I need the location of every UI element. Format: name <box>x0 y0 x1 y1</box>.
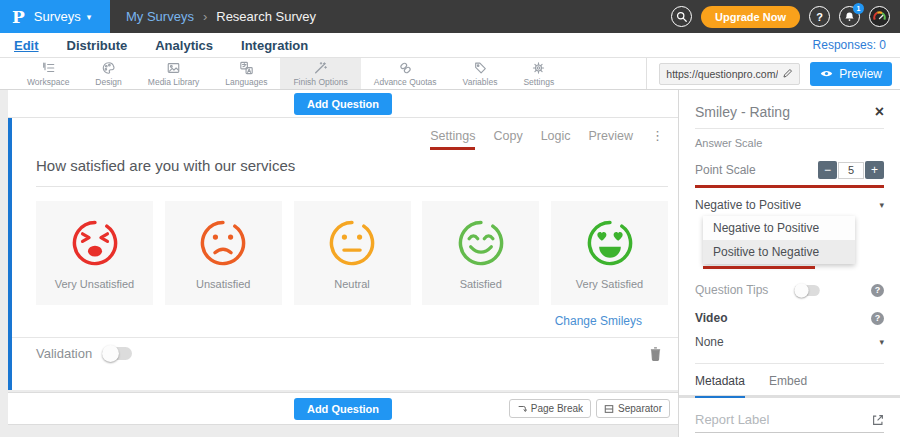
point-scale-value[interactable]: 5 <box>838 162 864 179</box>
validation-toggle[interactable] <box>102 347 132 360</box>
tool-label: Advance Quotas <box>374 77 437 87</box>
smiley-very-satisfied[interactable]: Very Satisfied <box>551 201 668 305</box>
page-break-icon <box>517 404 527 414</box>
tool-design[interactable]: Design <box>82 58 134 89</box>
survey-canvas: Add Question Settings Copy Logic Preview… <box>0 90 678 437</box>
nav-integration[interactable]: Integration <box>241 38 308 53</box>
divider <box>695 128 884 129</box>
chevron-down-icon: ▾ <box>879 200 884 210</box>
change-smileys-link[interactable]: Change Smileys <box>36 314 642 328</box>
annotation-underline-point-scale <box>695 185 884 188</box>
chevron-down-icon: ▾ <box>879 337 884 347</box>
add-question-bar-bottom: Add Question Page Break Separator <box>8 392 678 425</box>
separator-button[interactable]: Separator <box>596 399 670 418</box>
delete-question-icon[interactable] <box>649 346 662 361</box>
tool-label: Design <box>95 77 121 87</box>
smiley-label: Unsatisfied <box>196 278 250 290</box>
upgrade-now-button[interactable]: Upgrade Now <box>701 6 800 28</box>
tab-settings[interactable]: Settings <box>430 129 475 150</box>
question-tips-row: Question Tips ? <box>695 283 884 297</box>
tool-finish-options[interactable]: Finish Options <box>280 58 360 89</box>
tag-icon <box>473 61 488 75</box>
tab-logic[interactable]: Logic <box>541 129 571 143</box>
smiley-neutral[interactable]: Neutral <box>294 201 411 305</box>
annotation-underline-option <box>703 266 815 269</box>
close-icon[interactable]: × <box>875 104 884 120</box>
chain-link-icon <box>398 61 413 75</box>
tool-advance-quotas[interactable]: Advance Quotas <box>361 58 450 89</box>
nav-edit[interactable]: Edit <box>14 38 39 53</box>
tool-label: Languages <box>225 77 267 87</box>
video-select[interactable]: None ▾ <box>695 335 884 349</box>
smiley-unsatisfied[interactable]: Unsatisfied <box>165 201 282 305</box>
scale-direction-select[interactable]: Negative to Positive ▾ <box>695 198 884 212</box>
question-title[interactable]: How satisfied are you with our services <box>36 157 668 187</box>
break-buttons: Page Break Separator <box>509 399 670 418</box>
search-icon[interactable] <box>671 6 692 27</box>
question-tabs: Settings Copy Logic Preview ⋮ <box>36 128 668 143</box>
add-question-button-bottom[interactable]: Add Question <box>294 398 392 420</box>
tab-embed[interactable]: Embed <box>769 374 807 395</box>
gear-icon <box>531 61 546 75</box>
more-options-icon[interactable]: ⋮ <box>651 128 664 143</box>
toolbar-right: Preview <box>646 58 900 89</box>
smiley-label: Very Satisfied <box>576 278 643 290</box>
tool-workspace[interactable]: Workspace <box>14 58 82 89</box>
report-label-input[interactable] <box>695 412 871 427</box>
smiley-satisfied[interactable]: Satisfied <box>422 201 539 305</box>
scale-direction-value: Negative to Positive <box>695 198 801 212</box>
nav-distribute[interactable]: Distribute <box>67 38 128 53</box>
image-icon <box>166 61 181 75</box>
add-question-button-top[interactable]: Add Question <box>294 93 392 115</box>
scale-direction-options: Negative to Positive Positive to Negativ… <box>703 216 855 264</box>
profile-avatar[interactable] <box>869 6 890 27</box>
notifications-bell-icon[interactable]: 1 <box>839 6 860 27</box>
smiley-label: Very Unsatisfied <box>55 278 134 290</box>
surveys-app-menu[interactable]: P Surveys ▾ <box>0 0 110 33</box>
open-editor-icon[interactable] <box>871 413 885 427</box>
tab-metadata[interactable]: Metadata <box>695 374 745 398</box>
questionpro-logo: P <box>12 7 25 27</box>
decrement-button[interactable]: − <box>818 161 837 179</box>
page-break-button[interactable]: Page Break <box>509 399 591 418</box>
neutral-face-icon <box>326 217 378 269</box>
survey-url-input[interactable] <box>666 68 778 80</box>
help-icon[interactable]: ? <box>809 6 830 27</box>
responses-count[interactable]: Responses: 0 <box>813 38 886 52</box>
smiley-very-unsatisfied[interactable]: Very Unsatisfied <box>36 201 153 305</box>
tool-variables[interactable]: Variables <box>450 58 511 89</box>
video-value: None <box>695 335 724 349</box>
question-tips-toggle[interactable] <box>795 284 821 295</box>
edit-pencil-icon[interactable] <box>782 68 793 79</box>
smiley-label: Satisfied <box>460 278 502 290</box>
option-positive-to-negative[interactable]: Positive to Negative <box>703 240 855 264</box>
palette-icon <box>101 61 116 75</box>
video-help-icon[interactable]: ? <box>871 312 884 325</box>
survey-url-box <box>659 63 800 85</box>
validation-label: Validation <box>36 346 92 361</box>
breadcrumb: My Surveys › Research Survey <box>126 9 316 24</box>
increment-button[interactable]: + <box>865 161 884 179</box>
top-bar: P Surveys ▾ My Surveys › Research Survey… <box>0 0 900 33</box>
app-menu-label: Surveys ▾ <box>34 9 92 24</box>
tool-media-library[interactable]: Media Library <box>135 58 213 89</box>
preview-button[interactable]: Preview <box>810 62 892 86</box>
question-tips-help-icon[interactable]: ? <box>871 284 884 297</box>
tool-languages[interactable]: Languages <box>212 58 280 89</box>
answer-scale-label: Answer Scale <box>695 137 884 149</box>
notification-badge: 1 <box>853 3 864 14</box>
option-negative-to-positive[interactable]: Negative to Positive <box>703 216 855 240</box>
tab-preview[interactable]: Preview <box>589 129 633 143</box>
add-question-bar-top: Add Question <box>8 90 678 118</box>
question-panel: Settings Copy Logic Preview ⋮ How satisf… <box>8 118 678 390</box>
magic-wand-icon <box>313 61 328 75</box>
frown-face-icon <box>197 217 249 269</box>
survey-nav: Edit Distribute Analytics Integration Re… <box>0 33 900 58</box>
tool-settings[interactable]: Settings <box>510 58 567 89</box>
tab-copy[interactable]: Copy <box>493 129 522 143</box>
nav-analytics[interactable]: Analytics <box>155 38 213 53</box>
breadcrumb-my-surveys[interactable]: My Surveys <box>126 9 194 24</box>
tool-label: Settings <box>523 77 554 87</box>
editor-toolbar: Workspace Design Media Library Languages… <box>0 58 900 90</box>
video-row: Video ? <box>695 311 884 325</box>
